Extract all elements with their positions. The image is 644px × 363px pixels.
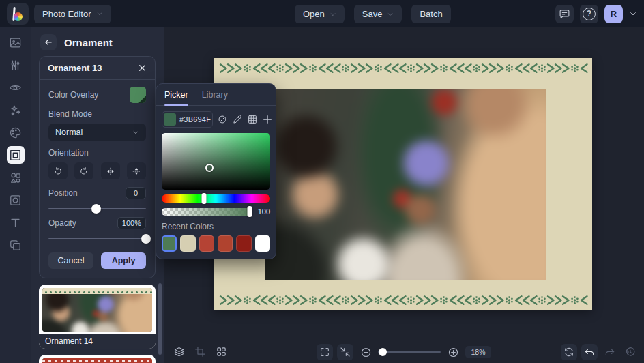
close-icon[interactable]	[138, 63, 147, 72]
rotate-ccw-button[interactable]	[48, 162, 68, 179]
banner-border-preview	[42, 358, 152, 363]
ornament-panel: Ornament Ornament 13 Color Overlay Blend…	[31, 27, 164, 363]
app-switcher-button[interactable]: Photo Editor	[34, 5, 111, 23]
recent-color-swatch[interactable]	[180, 235, 195, 252]
undo-button[interactable]	[581, 344, 598, 360]
open-button[interactable]: Open	[295, 5, 345, 23]
sidebar-item-layers[interactable]	[7, 236, 25, 254]
no-color-button[interactable]	[217, 113, 228, 126]
save-button[interactable]: Save	[354, 5, 402, 23]
swatch-grid-button[interactable]	[247, 113, 258, 126]
sidebar-item-artsy[interactable]	[7, 124, 25, 141]
topbar-right-cluster: ? R	[555, 5, 637, 23]
eyedropper-button[interactable]	[232, 113, 243, 126]
orientation-label: Orientation	[48, 148, 146, 158]
layers-stack-icon	[173, 346, 185, 358]
sidebar-item-frames[interactable]	[7, 146, 25, 164]
alpha-slider[interactable]	[162, 208, 252, 216]
panel-header: Ornament	[31, 27, 164, 56]
sidebar-item-text[interactable]	[7, 214, 25, 231]
ornament-settings-card: Ornament 13 Color Overlay Blend Mode Nor…	[39, 56, 156, 278]
sidebar-item-overlays[interactable]	[7, 191, 25, 209]
hue-slider-knob[interactable]	[202, 193, 207, 204]
sv-cursor[interactable]	[205, 164, 214, 172]
flip-horizontal-button[interactable]	[101, 162, 120, 179]
fit-to-screen-icon	[340, 347, 351, 358]
layers-button[interactable]	[171, 344, 187, 360]
grid-view-button[interactable]	[213, 344, 229, 360]
zoom-in-button[interactable]	[445, 344, 461, 360]
back-button[interactable]	[40, 34, 57, 50]
alpha-slider-knob[interactable]	[248, 206, 252, 217]
zoom-slider-knob[interactable]	[379, 348, 387, 356]
sidebar-item-image[interactable]	[7, 33, 25, 51]
cancel-button[interactable]: Cancel	[48, 252, 93, 269]
panel-scrollbar[interactable]	[158, 283, 162, 355]
recent-color-swatch[interactable]	[162, 235, 177, 252]
tab-library[interactable]: Library	[202, 90, 228, 105]
history-button[interactable]	[622, 344, 639, 360]
crop-button[interactable]	[192, 344, 208, 360]
thumbnail-image	[42, 358, 152, 363]
blend-mode-select[interactable]: Normal	[48, 124, 146, 141]
orientation-buttons	[48, 162, 146, 179]
sidebar-item-adjust[interactable]	[7, 56, 25, 74]
help-button[interactable]: ?	[580, 5, 598, 23]
tab-picker[interactable]: Picker	[164, 90, 188, 105]
blend-mode-value: Normal	[55, 128, 83, 137]
refresh-icon	[564, 347, 574, 358]
color-picker-popup: Picker Library #3B694F	[156, 83, 276, 259]
grid-squares-icon	[216, 346, 227, 358]
sidebar-item-graphics[interactable]	[7, 169, 25, 186]
ornament-thumbnail-next[interactable]	[39, 355, 156, 363]
recent-color-swatch[interactable]	[199, 235, 214, 252]
recent-color-swatch[interactable]	[236, 235, 251, 252]
plus-icon	[262, 114, 273, 125]
sidebar-item-effects[interactable]	[7, 101, 25, 119]
ornament-thumbnail-14[interactable]: Ornament 14	[39, 285, 156, 349]
redo-button[interactable]	[602, 344, 618, 360]
hex-input[interactable]: #3B694F	[162, 111, 213, 128]
rotate-ccw-icon	[53, 166, 63, 176]
apply-button[interactable]: Apply	[101, 252, 146, 269]
opacity-slider-knob[interactable]	[141, 234, 151, 244]
shapes-icon	[9, 171, 22, 184]
zoom-level-value[interactable]: 18%	[465, 346, 491, 358]
frame-icon	[9, 149, 22, 162]
color-overlay-label: Color Overlay	[48, 90, 98, 100]
add-color-button[interactable]	[262, 113, 273, 126]
sliders-icon	[9, 59, 22, 72]
flip-vertical-button[interactable]	[127, 162, 146, 179]
hue-slider[interactable]	[162, 194, 270, 203]
batch-button[interactable]: Batch	[411, 5, 450, 23]
position-value[interactable]: 0	[126, 187, 146, 199]
account-chevron-down-icon[interactable]	[629, 10, 637, 18]
avatar[interactable]: R	[604, 5, 623, 23]
befunky-logo-icon[interactable]	[7, 3, 29, 25]
canvas-photo[interactable]	[265, 89, 546, 280]
rotate-cw-button[interactable]	[74, 162, 93, 179]
reset-button[interactable]	[561, 344, 577, 360]
fullscreen-button[interactable]	[317, 344, 333, 360]
document-actions: Open Save Batch	[295, 5, 451, 23]
history-clock-icon	[625, 347, 636, 358]
ornament-border-bottom	[218, 294, 588, 306]
recent-color-swatch[interactable]	[255, 235, 270, 252]
panel-title: Ornament	[64, 37, 113, 48]
zoom-slider[interactable]	[378, 348, 441, 356]
feedback-button[interactable]	[555, 5, 574, 23]
opacity-slider[interactable]	[48, 234, 146, 244]
saturation-brightness-area[interactable]	[162, 133, 270, 190]
sidebar-item-touch-up[interactable]	[7, 78, 25, 96]
thumbnail-image	[42, 288, 152, 332]
recent-color-swatch[interactable]	[218, 235, 233, 252]
chevron-down-icon	[330, 11, 336, 18]
position-slider[interactable]	[48, 204, 146, 214]
color-overlay-swatch[interactable]	[130, 87, 146, 103]
position-slider-knob[interactable]	[91, 204, 101, 214]
opacity-value[interactable]: 100%	[117, 217, 146, 229]
bottom-toolbar: 18%	[164, 340, 644, 363]
arrow-left-icon	[44, 38, 53, 47]
fit-to-screen-button[interactable]	[337, 344, 353, 360]
zoom-out-button[interactable]	[357, 344, 374, 360]
